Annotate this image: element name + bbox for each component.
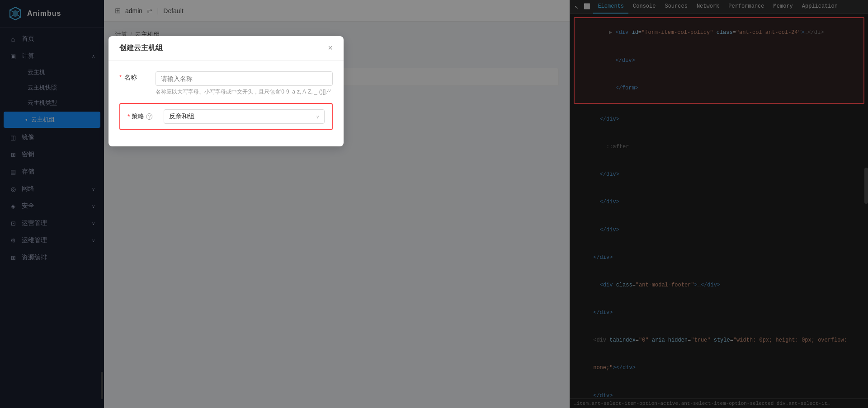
- security-icon: ◈: [9, 202, 17, 210]
- sidebar-item-label: 资源编排: [22, 253, 47, 262]
- sidebar-item-network[interactable]: ◎ 网络 ∨: [0, 180, 104, 197]
- sidebar-item-ops[interactable]: ⊡ 运营管理 ∨: [0, 215, 104, 232]
- sidebar-item-label: 云主机快照: [28, 84, 57, 92]
- sidebar-item-label: 云主机组: [31, 116, 55, 124]
- switch-icon[interactable]: ⇄: [147, 7, 152, 14]
- animbus-logo-icon: [8, 6, 23, 21]
- devtools-tabs: ↖ ⬜ Elements Console Sources Network Per…: [570, 0, 868, 14]
- sidebar-item-home[interactable]: ⌂ 首页: [0, 30, 104, 47]
- sidebar-sub-snapshot[interactable]: • 云主机快照: [0, 80, 104, 95]
- devtools-device-icon[interactable]: ⬜: [581, 3, 593, 10]
- sidebar-item-storage[interactable]: ▤ 存储: [0, 163, 104, 180]
- select-arrow-icon: ∨: [316, 114, 319, 119]
- sidebar-item-label: 首页: [22, 35, 34, 43]
- devtools-breadcrumb: …item.ant-select-item-option-active.ant-…: [570, 399, 868, 408]
- devtools-line: </div>: [570, 106, 868, 133]
- devtools-line: </div>: [570, 188, 868, 216]
- sidebar-logo: Animbus: [0, 0, 104, 28]
- modal-body: * 名称 名称应以大写字母、小写字母或中文开头，且只包含'0-9, a-z, A…: [108, 61, 344, 146]
- devtools-tab-sources[interactable]: Sources: [660, 0, 692, 14]
- devtools-line: </div>: [576, 47, 862, 74]
- form-item-policy: * 策略 ? 反亲和组 ∨: [119, 103, 333, 130]
- dot-icon: •: [22, 84, 24, 91]
- sidebar-sub-vmtype[interactable]: • 云主机类型: [0, 95, 104, 111]
- sidebar-item-devops[interactable]: ⚙ 运维管理 ∨: [0, 232, 104, 249]
- devtools-tab-console[interactable]: Console: [628, 0, 660, 14]
- topbar-divider: |: [157, 7, 159, 15]
- form-item-name: * 名称 名称应以大写字母、小写字母或中文开头，且只包含'0-9, a-z, A…: [119, 71, 333, 96]
- devtools-line: </div>: [570, 299, 868, 327]
- sidebar-item-label: 密钥: [22, 150, 34, 159]
- devops-icon: ⚙: [9, 236, 17, 244]
- resource-icon: ⊞: [9, 253, 17, 262]
- storage-icon: ▤: [9, 168, 17, 176]
- devtools-line: none;"></div>: [570, 354, 868, 382]
- sidebar-sub-vmgroup[interactable]: • 云主机组: [4, 112, 100, 128]
- chevron-down-icon: ∨: [92, 238, 95, 243]
- devtools-line: <div class="ant-modal-footer">…</div>: [570, 272, 868, 299]
- modal-title: 创建云主机组: [119, 43, 163, 53]
- modal-header: 创建云主机组 ×: [108, 36, 344, 61]
- home-icon: ⌂: [9, 35, 17, 43]
- sidebar-section-compute[interactable]: ▣ 计算 ∧: [0, 47, 104, 65]
- devtools-scrollbar-thumb[interactable]: [864, 168, 868, 204]
- policy-value: 反亲和组: [169, 113, 194, 121]
- sidebar-item-label: 网络: [22, 185, 34, 193]
- topbar: ⊞ admin ⇄ | Default: [104, 0, 570, 22]
- sidebar-item-label: 镜像: [22, 133, 34, 141]
- chevron-up-icon: ∧: [92, 54, 95, 59]
- devtools-line: </div>: [570, 244, 868, 271]
- grid-icon: ⊞: [115, 6, 121, 15]
- devtools-breadcrumb-text: …item.ant-select-item-option-active.ant-…: [574, 401, 830, 406]
- modal-close-button[interactable]: ×: [328, 43, 333, 53]
- devtools-line: </div>: [570, 161, 868, 188]
- compute-icon: ▣: [9, 52, 17, 60]
- sidebar-item-key[interactable]: ⊞ 密钥: [0, 146, 104, 163]
- chevron-down-icon: ∨: [92, 187, 95, 192]
- network-icon: ◎: [9, 185, 17, 193]
- topbar-username: admin: [125, 7, 142, 14]
- sidebar-item-label: 运维管理: [22, 236, 47, 244]
- help-icon[interactable]: ?: [146, 113, 152, 120]
- chevron-down-icon: ∨: [92, 221, 95, 226]
- sidebar-item-label: 云主机类型: [28, 99, 57, 107]
- dot-icon: •: [22, 100, 24, 107]
- sidebar-item-image[interactable]: ◫ 镜像: [0, 129, 104, 146]
- devtools-content[interactable]: ▶ <div id="form-item-col-policy" class="…: [570, 14, 868, 399]
- sidebar-item-resource[interactable]: ⊞ 资源编排: [0, 249, 104, 266]
- devtools-panel: ↖ ⬜ Elements Console Sources Network Per…: [570, 0, 868, 408]
- policy-select-wrapper: 反亲和组 ∨: [164, 109, 325, 124]
- devtools-tab-elements[interactable]: Elements: [593, 0, 628, 14]
- devtools-line: <div tabindex="0" aria-hidden="true" sty…: [570, 327, 868, 354]
- devtools-tab-application[interactable]: Application: [797, 0, 842, 14]
- dot-icon: •: [25, 117, 28, 123]
- sidebar-item-label: 云主机: [28, 68, 45, 76]
- ops-icon: ⊡: [9, 219, 17, 227]
- devtools-line: ::after: [570, 133, 868, 161]
- devtools-tab-memory[interactable]: Memory: [769, 0, 797, 14]
- sidebar: Animbus ⌂ 首页 ▣ 计算 ∧ • 云主机 • 云主机快照 • 云主机类…: [0, 0, 104, 408]
- required-marker: *: [119, 74, 122, 81]
- devtools-line: </div>: [570, 382, 868, 399]
- sidebar-item-security[interactable]: ◈ 安全 ∨: [0, 197, 104, 215]
- name-input[interactable]: [156, 71, 333, 86]
- devtools-line: </div>: [570, 216, 868, 244]
- name-field-wrapper: 名称应以大写字母、小写字母或中文开头，且只包含'0-9, a-z, A-Z, _…: [156, 71, 333, 96]
- devtools-tab-network[interactable]: Network: [692, 0, 724, 14]
- devtools-cursor-icon[interactable]: ↖: [572, 3, 581, 10]
- devtools-line: </form>: [576, 74, 862, 102]
- name-label: * 名称: [119, 71, 156, 82]
- sidebar-nav: ⌂ 首页 ▣ 计算 ∧ • 云主机 • 云主机快照 • 云主机类型 • 云主机组…: [0, 28, 104, 408]
- required-marker: *: [127, 113, 130, 120]
- image-icon: ◫: [9, 133, 17, 141]
- name-hint: 名称应以大写字母、小写字母或中文开头，且只包含'0-9, a-z, A-Z, _…: [156, 88, 333, 96]
- sidebar-sub-vm[interactable]: • 云主机: [0, 65, 104, 80]
- policy-label: * 策略 ?: [127, 113, 164, 121]
- devtools-tab-performance[interactable]: Performance: [724, 0, 769, 14]
- dot-icon: •: [22, 69, 24, 76]
- devtools-line: ▶ <div id="form-item-col-policy" class="…: [576, 19, 862, 47]
- modal[interactable]: 创建云主机组 × * 名称 名称应以大写字母、小写字母或中文开头，且只包含'0-…: [108, 36, 344, 146]
- key-icon: ⊞: [9, 150, 17, 159]
- policy-select[interactable]: 反亲和组 ∨: [164, 109, 325, 124]
- sidebar-item-label: 存储: [22, 168, 34, 176]
